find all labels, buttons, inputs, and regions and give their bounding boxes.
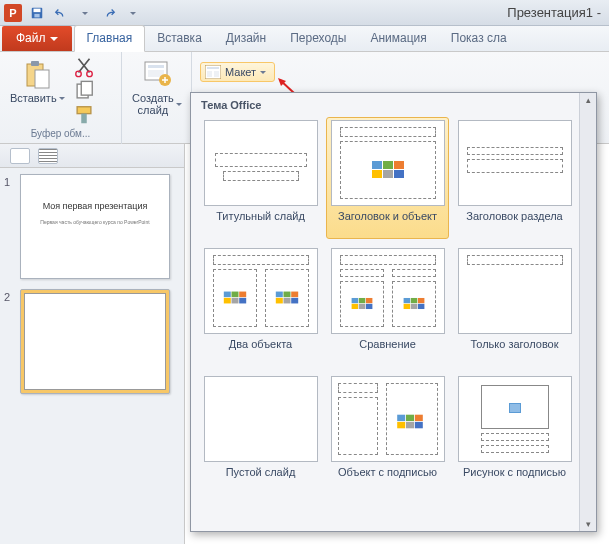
paste-label: Вставить: [10, 92, 57, 104]
layout-title-content[interactable]: Заголовок и объект: [326, 117, 449, 239]
group-slides-title: [122, 128, 191, 144]
layout-label: Заголовок раздела: [466, 210, 562, 236]
svg-rect-1: [34, 8, 41, 12]
layout-thumb: [204, 376, 318, 462]
layout-button[interactable]: Макет: [200, 62, 275, 82]
layout-thumb: [331, 376, 445, 462]
layout-comparison[interactable]: Сравнение: [326, 245, 449, 367]
redo-icon[interactable]: [98, 2, 120, 24]
layout-thumb: [204, 120, 318, 206]
tab-slideshow[interactable]: Показ сла: [439, 26, 519, 51]
new-slide-label: Создать слайд: [132, 92, 174, 116]
layout-section-header[interactable]: Заголовок раздела: [453, 117, 576, 239]
paste-button[interactable]: Вставить: [6, 56, 69, 106]
powerpoint-icon: P: [4, 4, 22, 22]
svg-rect-19: [214, 71, 219, 77]
svg-rect-18: [207, 71, 212, 77]
tab-insert[interactable]: Вставка: [145, 26, 214, 51]
layout-label: Заголовок и объект: [338, 210, 437, 236]
layout-button-label: Макет: [225, 66, 256, 78]
layout-thumb: [458, 248, 572, 334]
layout-blank[interactable]: Пустой слайд: [199, 373, 322, 495]
svg-rect-11: [81, 114, 87, 124]
window-title: Презентация1 -: [507, 5, 605, 20]
group-clipboard-title: Буфер обм...: [0, 128, 121, 144]
layout-content-caption[interactable]: Объект с подписью: [326, 373, 449, 495]
thumb-title: Моя первая презентация: [21, 175, 169, 211]
tab-design[interactable]: Дизайн: [214, 26, 278, 51]
tab-transitions[interactable]: Переходы: [278, 26, 358, 51]
paste-icon: [21, 58, 53, 90]
tab-home[interactable]: Главная: [74, 25, 146, 52]
layout-thumb: [458, 376, 572, 462]
chevron-down-icon: [176, 103, 182, 109]
layout-thumb: [331, 120, 445, 206]
layout-gallery: Тема Office Титульный слайд Заголовок и …: [190, 92, 597, 532]
slide-thumbnail[interactable]: Моя первая презентация Первая часть обуч…: [20, 174, 170, 279]
group-slides: Создать слайд: [122, 52, 192, 144]
ribbon-tabs: Файл Главная Вставка Дизайн Переходы Ани…: [0, 26, 609, 52]
copy-icon[interactable]: [73, 80, 95, 102]
slide-number: 1: [4, 174, 16, 188]
layout-thumb: [458, 120, 572, 206]
thumb-subtitle: Первая часть обучающего курса по PowerPo…: [21, 211, 169, 226]
layout-icon: [205, 65, 221, 79]
undo-dropdown-icon[interactable]: [74, 2, 96, 24]
slide-thumbnail-selected[interactable]: [20, 289, 170, 394]
tab-file-label: Файл: [16, 31, 46, 45]
save-icon[interactable]: [26, 2, 48, 24]
undo-icon[interactable]: [50, 2, 72, 24]
chevron-down-icon: [59, 97, 65, 103]
layout-picture-caption[interactable]: Рисунок с подписью: [453, 373, 576, 495]
group-clipboard: Вставить Буфер обм...: [0, 52, 122, 144]
svg-rect-4: [31, 61, 39, 66]
title-bar: P Презентация1 -: [0, 0, 609, 26]
gallery-theme-label: Тема Office: [191, 93, 596, 115]
format-painter-icon[interactable]: [73, 104, 95, 126]
scrollbar[interactable]: [579, 93, 596, 531]
tab-animation[interactable]: Анимация: [358, 26, 438, 51]
svg-rect-5: [35, 70, 49, 88]
svg-rect-2: [34, 13, 39, 17]
layout-label: Пустой слайд: [226, 466, 296, 492]
layout-thumb: [331, 248, 445, 334]
thumb-row[interactable]: 1 Моя первая презентация Первая часть об…: [4, 174, 180, 279]
svg-rect-17: [207, 67, 219, 69]
layout-label: Рисунок с подписью: [463, 466, 566, 492]
layout-label: Объект с подписью: [338, 466, 437, 492]
new-slide-button[interactable]: Создать слайд: [128, 56, 186, 118]
tab-file[interactable]: Файл: [2, 26, 72, 51]
layout-title-slide[interactable]: Титульный слайд: [199, 117, 322, 239]
svg-rect-9: [81, 81, 92, 95]
thumbnails-tab-icon[interactable]: [10, 148, 30, 164]
layout-label: Только заголовок: [470, 338, 558, 364]
qat-customize-icon[interactable]: [122, 2, 144, 24]
svg-rect-13: [148, 65, 164, 68]
panel-tabs: [0, 144, 184, 168]
thumb-row[interactable]: 2: [4, 289, 180, 394]
slide-panel: 1 Моя первая презентация Первая часть об…: [0, 144, 185, 544]
layout-label: Два объекта: [229, 338, 292, 364]
slide-number: 2: [4, 289, 16, 303]
outline-tab-icon[interactable]: [38, 148, 58, 164]
layout-label: Титульный слайд: [216, 210, 305, 236]
cut-icon[interactable]: [73, 56, 95, 78]
layout-two-content[interactable]: Два объекта: [199, 245, 322, 367]
layout-label: Сравнение: [359, 338, 416, 364]
layout-thumb: [204, 248, 318, 334]
new-slide-icon: [141, 58, 173, 90]
layout-title-only[interactable]: Только заголовок: [453, 245, 576, 367]
svg-rect-10: [77, 107, 91, 114]
svg-marker-21: [278, 78, 286, 86]
quick-access-toolbar: [26, 2, 144, 24]
